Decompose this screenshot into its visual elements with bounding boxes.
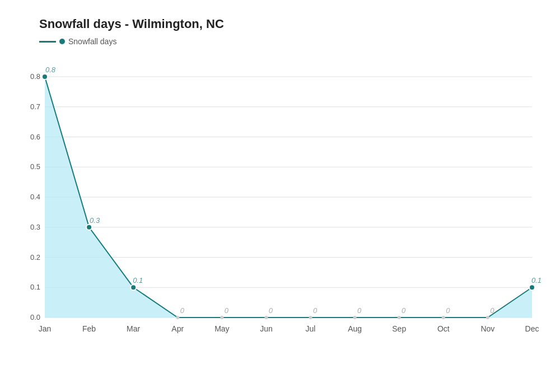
legend-line: Snowfall days bbox=[39, 37, 116, 46]
svg-text:Jul: Jul bbox=[306, 324, 316, 333]
chart-container: Snowfall days - Wilmington, NC Snowfall … bbox=[0, 0, 560, 392]
chart-area: 0.00.10.20.30.40.50.60.70.80.8Jan0.3Feb0… bbox=[39, 57, 543, 354]
svg-text:0: 0 bbox=[357, 306, 362, 315]
svg-point-18 bbox=[42, 74, 48, 80]
svg-text:0.5: 0.5 bbox=[30, 162, 40, 171]
svg-text:Oct: Oct bbox=[437, 324, 450, 333]
svg-point-45 bbox=[442, 316, 445, 319]
svg-point-36 bbox=[309, 316, 312, 319]
svg-text:Feb: Feb bbox=[82, 324, 96, 333]
svg-text:0.8: 0.8 bbox=[30, 72, 40, 81]
svg-text:0.2: 0.2 bbox=[30, 253, 40, 262]
legend-dot-icon bbox=[59, 39, 65, 44]
svg-text:0: 0 bbox=[402, 306, 406, 315]
svg-text:0: 0 bbox=[225, 306, 229, 315]
legend-label: Snowfall days bbox=[68, 37, 116, 46]
svg-text:Aug: Aug bbox=[348, 324, 362, 333]
chart-svg: 0.00.10.20.30.40.50.60.70.80.8Jan0.3Feb0… bbox=[39, 57, 543, 354]
svg-text:Sep: Sep bbox=[392, 324, 406, 333]
svg-text:0: 0 bbox=[490, 306, 494, 315]
svg-text:0: 0 bbox=[313, 306, 318, 315]
svg-point-30 bbox=[220, 316, 223, 319]
svg-text:Nov: Nov bbox=[480, 324, 494, 333]
svg-text:0.1: 0.1 bbox=[531, 276, 542, 284]
svg-text:Jun: Jun bbox=[260, 324, 273, 333]
svg-text:0: 0 bbox=[180, 306, 185, 315]
svg-point-24 bbox=[130, 284, 136, 290]
svg-text:0.8: 0.8 bbox=[45, 66, 56, 74]
svg-text:0.3: 0.3 bbox=[30, 223, 40, 231]
svg-text:Dec: Dec bbox=[525, 324, 539, 333]
svg-point-42 bbox=[398, 316, 401, 319]
svg-point-27 bbox=[176, 316, 179, 319]
svg-point-39 bbox=[353, 316, 357, 319]
svg-text:Jan: Jan bbox=[39, 324, 52, 333]
legend: Snowfall days bbox=[39, 37, 543, 46]
svg-text:0: 0 bbox=[269, 306, 273, 315]
svg-point-21 bbox=[86, 225, 92, 230]
svg-text:0.7: 0.7 bbox=[30, 102, 40, 111]
legend-dash-icon bbox=[39, 41, 56, 43]
svg-text:0.6: 0.6 bbox=[30, 133, 40, 141]
chart-title: Snowfall days - Wilmington, NC bbox=[39, 17, 543, 31]
svg-text:0.1: 0.1 bbox=[30, 283, 40, 291]
svg-text:0: 0 bbox=[446, 306, 450, 315]
svg-text:0.3: 0.3 bbox=[90, 216, 100, 225]
svg-point-51 bbox=[529, 284, 535, 290]
svg-text:Mar: Mar bbox=[127, 324, 140, 333]
svg-text:0.0: 0.0 bbox=[30, 313, 40, 321]
svg-point-48 bbox=[486, 316, 489, 319]
svg-text:Apr: Apr bbox=[171, 324, 184, 333]
svg-text:May: May bbox=[214, 324, 229, 333]
svg-text:0.4: 0.4 bbox=[30, 193, 40, 201]
svg-text:0.1: 0.1 bbox=[133, 276, 143, 284]
svg-point-33 bbox=[264, 316, 268, 319]
